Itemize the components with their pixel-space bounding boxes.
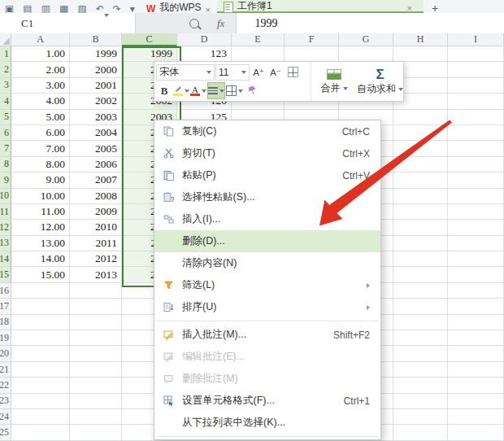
row-header-15[interactable]: 15 [0,267,11,282]
cell-B9[interactable]: 2007 [70,172,122,188]
cell-A2[interactable]: 2.00 [11,62,70,77]
row-header-18[interactable]: 18 [0,315,11,330]
formula-input[interactable]: 1999 [236,13,504,33]
cell-H22[interactable] [393,378,448,393]
cell-H9[interactable] [393,172,448,188]
font-color-button[interactable]: A [190,83,206,98]
cell-B10[interactable]: 2008 [70,189,122,204]
cell-B25[interactable] [70,425,122,440]
column-header-D[interactable]: D [177,33,232,46]
cell-I3[interactable] [448,78,504,94]
cell-C1[interactable]: 1999 [122,46,177,62]
cell-I15[interactable] [448,267,504,282]
cell-B21[interactable] [70,362,122,378]
highlight-color-button[interactable] [173,83,189,98]
row-header-23[interactable]: 23 [0,394,11,409]
select-all-corner[interactable] [0,33,11,46]
cell-F1[interactable] [285,46,339,62]
cell-I17[interactable] [448,299,504,314]
cell-A13[interactable]: 13.00 [11,236,70,251]
row-header-13[interactable]: 13 [0,236,11,251]
cell-A12[interactable]: 12.00 [11,220,70,235]
row-header-24[interactable]: 24 [0,409,11,425]
row-header-4[interactable]: 4 [0,94,11,109]
align-center-button[interactable] [207,82,225,99]
cell-A21[interactable] [11,362,70,378]
bold-button[interactable]: B [156,83,172,98]
row-header-9[interactable]: 9 [0,172,11,188]
format-painter-button[interactable] [244,83,260,98]
context-menu-item-format-cells[interactable]: 设置单元格格式(F)...Ctrl+1 [154,390,380,412]
name-box[interactable]: C1 [0,13,136,33]
row-header-7[interactable]: 7 [0,141,11,156]
cell-D1[interactable]: 123 [177,46,232,62]
cell-A14[interactable]: 14.00 [11,251,70,267]
chevron-down-icon[interactable] [104,17,109,30]
cell-B23[interactable] [70,394,122,409]
cell-B4[interactable]: 2002 [70,94,122,109]
cell-E1[interactable] [232,46,285,62]
cell-I4[interactable] [448,94,504,109]
row-header-12[interactable]: 12 [0,220,11,235]
row-header-11[interactable]: 11 [0,204,11,220]
cell-B7[interactable]: 2005 [70,141,122,156]
tab-my-wps[interactable]: W 我的WPS × [140,0,217,13]
cell-B12[interactable]: 2010 [70,220,122,235]
fx-icon[interactable]: fx [217,17,224,30]
search-icon[interactable] [189,19,199,28]
context-menu-item-sort[interactable]: 排序(U) [154,296,380,318]
column-header-G[interactable]: G [339,33,393,46]
row-header-21[interactable]: 21 [0,362,11,378]
cell-A9[interactable]: 9.00 [11,172,70,188]
cell-B20[interactable] [70,346,122,361]
row-header-3[interactable]: 3 [0,78,11,94]
cell-B16[interactable] [70,283,122,299]
cell-B5[interactable]: 2003 [70,110,122,125]
cell-A15[interactable]: 15.00 [11,267,70,282]
autosum-button[interactable]: Σ 自动求和 [357,62,403,101]
cell-A4[interactable]: 4.00 [11,94,70,109]
row-header-14[interactable]: 14 [0,251,11,267]
cell-H8[interactable] [393,157,448,172]
cell-H6[interactable] [393,125,448,141]
cell-G1[interactable] [339,46,393,62]
cell-A3[interactable]: 3.00 [11,78,70,94]
column-header-F[interactable]: F [285,33,339,46]
column-header-H[interactable]: H [393,33,448,46]
cell-I11[interactable] [448,204,504,220]
cell-I7[interactable] [448,141,504,156]
cell-A5[interactable]: 5.00 [11,110,70,125]
cell-A23[interactable] [11,394,70,409]
cell-I18[interactable] [448,315,504,330]
cell-A18[interactable] [11,315,70,330]
merge-cells-button[interactable]: 合并 [311,62,357,101]
cell-H1[interactable] [393,46,448,62]
cell-A25[interactable] [11,425,70,440]
cell-A7[interactable]: 7.00 [11,141,70,156]
cell-H20[interactable] [393,346,448,361]
cell-I8[interactable] [448,157,504,172]
cell-H24[interactable] [393,409,448,425]
context-menu-item-paste-special[interactable]: ?选择性粘贴(S)... [154,186,380,208]
font-family-select[interactable]: 宋体 [156,64,215,81]
cell-H17[interactable] [393,299,448,314]
cell-H19[interactable] [393,330,448,346]
cell-B13[interactable]: 2011 [70,236,122,251]
cell-I16[interactable] [448,283,504,299]
cell-A10[interactable]: 10.00 [11,189,70,204]
cell-I14[interactable] [448,251,504,267]
cell-A19[interactable] [11,330,70,346]
row-header-2[interactable]: 2 [0,62,11,77]
tab-workbook1[interactable]: 工作簿1 × [217,0,424,13]
cell-I20[interactable] [448,346,504,361]
cell-H11[interactable] [393,204,448,220]
cell-A24[interactable] [11,409,70,425]
cell-B14[interactable]: 2012 [70,251,122,267]
row-header-5[interactable]: 5 [0,110,11,125]
cell-I1[interactable] [448,46,504,62]
cell-H5[interactable] [393,110,448,125]
cell-H15[interactable] [393,267,448,282]
cell-B22[interactable] [70,378,122,393]
cell-B18[interactable] [70,315,122,330]
cell-B17[interactable] [70,299,122,314]
